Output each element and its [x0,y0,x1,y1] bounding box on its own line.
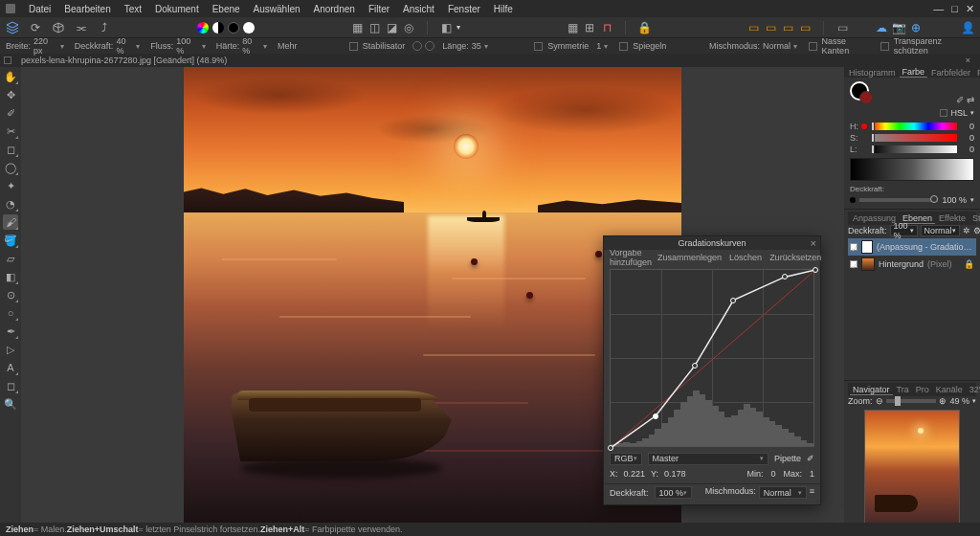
eyedropper-icon[interactable]: ✐ [956,95,964,105]
layer-fx-icon[interactable]: ✲ [963,226,970,235]
curve-point[interactable] [730,298,736,303]
sym-count[interactable]: 1 [596,41,601,51]
deselect-icon[interactable]: ◫ [368,21,381,34]
zoom-value[interactable]: 49 % [949,396,969,406]
chain-icon[interactable]: ⫘ [75,21,88,34]
tab-32v[interactable]: 32V [967,385,980,394]
window-mode-icon[interactable] [425,41,434,51]
window-close-icon[interactable]: ✕ [966,3,974,15]
color-model-checkbox[interactable] [940,109,947,117]
globe-icon[interactable]: ⊕ [909,21,923,34]
white-circle-icon[interactable] [243,22,255,34]
clone-tool-icon[interactable]: ⊙ [3,287,18,302]
chevron-down-icon[interactable]: ▾ [60,42,67,50]
close-icon[interactable]: × [811,237,816,249]
tab-stile[interactable]: Stile [969,213,980,223]
color-picker-tool-icon[interactable]: ✐ [3,105,18,121]
zoom-slider[interactable] [886,399,937,403]
dodge-tool-icon[interactable]: ○ [3,305,18,321]
symmetrie-checkbox[interactable] [534,42,543,51]
window-minimize-icon[interactable]: — [933,3,944,15]
layer-row[interactable]: ✓ (Anpassung - Gradationskurv... [848,238,976,256]
max-value[interactable]: 1 [810,469,814,479]
erase-tool-icon[interactable]: ◧ [3,269,18,284]
reload-icon[interactable]: ⟳ [29,21,42,34]
target-icon[interactable]: ◎ [402,21,415,34]
node-tool-icon[interactable]: ▷ [3,342,18,357]
camera-icon[interactable]: 📷 [892,21,905,34]
move-tool-icon[interactable]: ✥ [3,87,18,102]
channel-dropdown[interactable]: RGB▾ [610,453,642,465]
spiegeln-checkbox[interactable] [619,42,628,51]
brush-select-tool-icon[interactable]: ◔ [3,196,18,212]
navigator-preview[interactable] [864,410,960,532]
pen-tool-icon[interactable]: ✒ [3,324,18,339]
haerte-value[interactable]: 80 % [242,36,259,56]
selection-tool-icon[interactable]: ◻ [3,142,18,157]
menu-datei[interactable]: Datei [29,4,51,14]
chevron-down-icon[interactable]: ▾ [202,42,209,50]
lock-icon[interactable]: 🔒 [637,21,651,34]
tab-farbfelder[interactable]: Farbfelder [928,68,973,78]
mischmodus-value[interactable]: Normal [763,41,791,51]
layer-visible-checkbox[interactable]: ✓ [850,243,858,251]
tab-pin-icon[interactable] [4,56,11,64]
layer-gear-icon[interactable]: ⚙ [973,226,980,235]
fluss-value[interactable]: 100 % [176,36,198,56]
menu-anordnen[interactable]: Anordnen [314,4,355,14]
rope-mode-icon[interactable] [412,41,422,51]
curves-blend-dropdown[interactable]: Normal▾ [759,486,807,499]
lum-value[interactable]: 0 [961,145,974,154]
curve-point[interactable] [653,413,658,419]
reset-link[interactable]: Zurücksetzen [769,253,821,262]
opacity-slider[interactable] [859,198,938,202]
chevron-down-icon[interactable]: ▾ [136,42,143,50]
breite-value[interactable]: 220 px [33,36,57,56]
menu-fenster[interactable]: Fenster [448,4,480,14]
layer-visible-checkbox[interactable]: ✓ [850,260,858,268]
magnet-icon[interactable]: ⊓ [600,21,613,34]
chevron-down-icon[interactable]: ▾ [484,42,492,50]
color-model-dropdown[interactable]: HSL [950,108,968,118]
tab-transform[interactable]: Tra [894,385,912,394]
add-preset-link[interactable]: Vorgabe hinzufügen [610,248,652,267]
chevron-down-icon[interactable]: ▾ [263,42,270,50]
select-all-icon[interactable]: ▦ [350,21,364,34]
cloud-icon[interactable]: ☁ [875,21,888,34]
menu-filter[interactable]: Filter [368,4,390,14]
menu-bearbeiten[interactable]: Bearbeiten [64,4,110,14]
pipette-button[interactable]: Pipette [774,454,801,463]
menu-ansicht[interactable]: Ansicht [403,4,434,14]
mehr-link[interactable]: Mehr [278,41,298,51]
nasse-checkbox[interactable] [809,42,817,51]
crop-toggle-icon[interactable]: ◧ [439,21,453,34]
min-value[interactable]: 0 [770,469,775,479]
laenge-value[interactable]: 35 [472,41,481,51]
stabilisator-checkbox[interactable] [349,42,358,51]
zoom-in-icon[interactable]: ⊕ [939,396,947,406]
hue-slider[interactable] [871,123,957,130]
black-circle-icon[interactable] [228,22,239,34]
doc-icon[interactable]: ▭ [835,21,849,34]
bw-circle-icon[interactable] [212,22,224,34]
grid-icon[interactable]: ▦ [566,21,579,34]
paint-brush-tool-icon[interactable]: 🖌 [3,214,18,230]
curve-point[interactable] [813,267,818,273]
curve-point[interactable] [782,274,788,279]
tab-close-icon[interactable]: × [960,56,976,65]
color-swatch[interactable] [850,81,869,100]
account-icon[interactable]: 👤 [961,21,974,34]
master-dropdown[interactable]: Master▾ [648,453,768,465]
curves-titlebar[interactable]: Gradationskurven × [604,236,820,250]
delete-link[interactable]: Löschen [729,253,762,262]
layer-blend-dropdown[interactable]: Normal▾ [921,225,960,236]
curves-graph[interactable] [610,269,814,447]
tab-protokoll[interactable]: Pro [913,385,932,394]
transparenz-checkbox[interactable] [880,42,889,51]
chevron-down-icon[interactable]: ▾ [604,42,612,50]
curve-point[interactable] [608,445,613,451]
assist2-icon[interactable]: ▭ [764,21,777,34]
layer-row[interactable]: ✓ Hintergrund (Pixel) 🔒 [848,256,976,273]
gradient-tool-icon[interactable]: ▱ [3,251,18,266]
sat-value[interactable]: 0 [961,133,974,143]
